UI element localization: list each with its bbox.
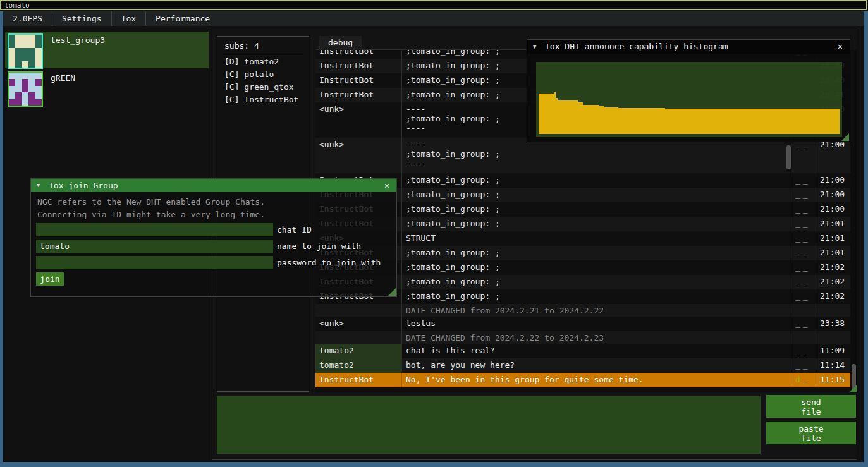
message-sender: InstructBot [315,59,401,73]
message-status [792,304,817,317]
histogram-bin [604,107,618,134]
message-sender: <unk> [315,138,401,173]
message-status: __ [792,317,817,331]
histogram-window-titlebar[interactable]: ▼ Tox DHT announce capability histogram … [527,40,850,54]
join-password-input[interactable] [36,256,273,269]
join-desc-line1: NGC refers to the New DHT enabled Group … [37,197,265,207]
message-text: ;tomato_in_group: ; [401,289,792,304]
message-text: testus [401,317,792,331]
histogram-bars [539,62,840,134]
tab-debug[interactable]: debug [319,36,362,50]
message-status: __ [792,344,817,358]
message-time: 11:15 [817,373,850,387]
message-time: 21:00 [817,202,850,217]
message-status: __ [792,231,817,246]
join-password-label: password to join with [277,258,381,267]
message-row[interactable]: <unk>testus__23:38 [315,317,850,331]
message-time: 21:00 [817,138,850,173]
message-sender: InstructBot [315,88,401,102]
message-row[interactable]: tomato2bot, are you new here?__11:14 [315,358,850,373]
message-sender: InstructBot [315,373,401,387]
histogram-bin [578,102,584,134]
message-text: ;tomato_in_group: ; [401,173,792,188]
histogram-window[interactable]: ▼ Tox DHT announce capability histogram … [527,39,850,142]
close-icon[interactable]: ✕ [835,40,845,54]
chat-id-label: chat ID [277,225,312,234]
message-time [817,304,850,317]
message-status: __ [792,246,817,260]
subs-separator [223,54,303,54]
chat-scrollbar-track[interactable] [850,50,857,392]
message-text: No, I've been in this group for quite so… [401,373,792,387]
group-avatar [8,33,43,69]
join-button[interactable]: join [36,272,64,286]
close-icon[interactable]: ✕ [382,179,392,192]
message-status: __ [792,275,817,289]
message-input[interactable] [217,396,761,454]
window-titlebar[interactable]: tomato [0,0,867,10]
paste-file-button[interactable]: paste file [766,422,856,444]
join-window-titlebar[interactable]: ▼ Tox join Group ✕ [31,179,396,192]
frame-left [0,11,3,467]
inner-scrollbar-track[interactable] [786,139,791,172]
message-text: DATE CHANGED from 2024.2.21 to 2024.2.22 [401,304,792,317]
join-window-title: Tox join Group [49,179,118,192]
message-status: __ [792,289,817,304]
histogram-resize-grip[interactable] [841,133,849,141]
subs-member[interactable]: [D] tomato2 [224,57,279,66]
message-status: __ [792,188,817,202]
menu-item-performance[interactable]: Performance [146,11,219,26]
sidebar-group-test_group3[interactable]: test_group3 [5,32,209,68]
message-text: ;tomato_in_group: ; [401,188,792,202]
message-text: ;tomato_in_group: ; [401,202,792,217]
chat-id-input[interactable] [36,223,273,236]
histogram-bin [583,105,599,134]
message-time: 21:01 [817,231,850,246]
message-sender [315,331,401,344]
message-text: STRUCT [401,231,792,246]
send-file-button[interactable]: send file [766,395,856,418]
message-text: chat is this real? [401,344,792,358]
menu-item-2-0fps[interactable]: 2.0FPS [3,11,52,26]
message-status [792,331,817,344]
window-title: tomato [4,1,30,9]
sidebar-group-gREEN[interactable]: gREEN [5,70,209,106]
histogram-bin [539,94,554,134]
collapse-arrow-icon[interactable]: ▼ [37,179,40,192]
menu-item-settings[interactable]: Settings [52,11,112,26]
inner-scrollbar-thumb[interactable] [786,145,791,169]
message-row[interactable]: tomato2chat is this real?__11:09 [315,344,850,358]
message-row[interactable]: <unk>----;tomato_in_group: ;----__21:00 [315,138,850,173]
join-name-label: name to join with [277,241,361,251]
message-time: 23:38 [817,317,850,331]
join-name-input[interactable]: tomato [36,240,273,253]
message-text: ;tomato_in_group: ; [401,260,792,275]
message-time: 11:09 [817,344,850,358]
date-changed-row[interactable]: DATE CHANGED from 2024.2.22 to 2024.2.23 [315,331,850,344]
subs-member[interactable]: [C] potato [224,70,274,79]
join-desc-line2: Connecting via ID might take a very long… [37,210,265,219]
frame-bottom [0,462,868,467]
collapse-arrow-icon[interactable]: ▼ [533,40,536,54]
message-time: 21:01 [817,217,850,231]
group-avatar [8,71,43,107]
histogram-bin [618,108,639,134]
message-status: d_ [792,373,817,387]
join-resize-grip[interactable] [388,288,396,296]
message-text: ----;tomato_in_group: ;---- [401,138,792,173]
message-row[interactable]: InstructBotNo, I've been in this group f… [315,373,850,387]
date-changed-row[interactable]: DATE CHANGED from 2024.2.21 to 2024.2.22 [315,304,850,317]
subs-member[interactable]: [C] InstructBot [224,95,298,104]
subs-member[interactable]: [C] green_qtox [224,82,294,92]
menu-item-tox[interactable]: Tox [112,11,146,26]
join-group-window[interactable]: ▼ Tox join Group ✕ NGC refers to the New… [30,178,397,297]
app-window: tomato 2.0FPSSettingsToxPerformance test… [0,0,868,467]
message-text: ;tomato_in_group: ; [401,217,792,231]
histogram-bin [599,106,604,134]
histogram-plot [536,62,842,137]
message-time: 11:14 [817,358,850,373]
messages-resize-grip[interactable] [849,385,857,392]
message-time: 21:00 [817,188,850,202]
message-text: ;tomato_in_group: ; [401,246,792,260]
message-status: __ [792,260,817,275]
